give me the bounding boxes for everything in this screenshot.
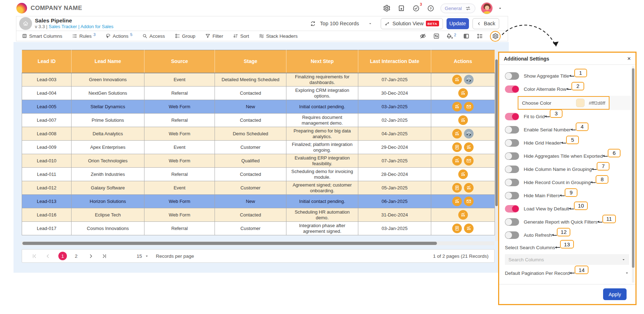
column-header-last-interaction-date[interactable]: Last Interaction Date xyxy=(358,50,431,73)
action-mail-button[interactable] xyxy=(464,197,474,206)
column-header-source[interactable]: Source xyxy=(144,50,215,73)
toolbar-item-actions[interactable]: Actions5 xyxy=(105,33,132,39)
toolbar-layout-columns-button[interactable] xyxy=(463,33,470,40)
table-row[interactable]: Lead-010Orion TechnologiesWeb FormQualif… xyxy=(22,154,495,168)
action-chart-button[interactable] xyxy=(452,156,462,166)
toggle-enable-serial-number[interactable] xyxy=(505,126,519,134)
last-page-button[interactable] xyxy=(101,253,107,259)
column-header-actions[interactable]: Actions xyxy=(431,50,495,73)
toolbar-paint-bucket-button[interactable]: 2 xyxy=(447,33,456,40)
toolbar-item-smart-columns[interactable]: Smart Columns xyxy=(22,33,62,39)
action-chart-button[interactable] xyxy=(458,88,468,98)
column-header-lead-id[interactable]: Lead ID xyxy=(22,50,72,73)
tasks-button[interactable]: 3 xyxy=(411,4,421,13)
solution-view-button[interactable]: Solution View BETA xyxy=(381,18,443,29)
toggle-hide-record-count-in-grouping[interactable] xyxy=(505,179,519,186)
toolbar-field-box-button[interactable] xyxy=(433,33,440,40)
table-row[interactable]: Lead-012Galaxy SoftwareEventCustomerAgre… xyxy=(22,181,495,195)
page-number-2[interactable]: 2 xyxy=(72,252,80,260)
toolbar-item-sort[interactable]: Sort xyxy=(233,33,249,39)
toggle-generate-report-with-quick-filters[interactable] xyxy=(505,218,519,226)
action-invoice-button[interactable] xyxy=(452,183,462,193)
action-chart-button[interactable] xyxy=(452,197,462,206)
link-addon-for-sales[interactable]: Addon for Sales xyxy=(80,24,114,29)
toggle-fit-to-grid[interactable] xyxy=(505,113,519,120)
action-chart-button[interactable] xyxy=(464,183,474,193)
toolbar-eye-off-button[interactable] xyxy=(419,33,426,40)
table-row[interactable]: Lead-008Delta AnalyticsWeb FormDemo Sche… xyxy=(22,127,495,141)
action-invoice-button[interactable] xyxy=(452,142,462,152)
toolbar-item-stack-headers[interactable]: Stack Headers xyxy=(259,33,298,39)
toggle-hide-aggregates-title-when-exported[interactable] xyxy=(505,152,519,160)
table-row[interactable]: Lead-005Stellar DynamicsWeb FormNewIniti… xyxy=(22,100,495,114)
toolbar-item-rules[interactable]: Rules3 xyxy=(72,33,96,39)
avatar[interactable] xyxy=(481,2,493,14)
toggle-hide-grid-header[interactable] xyxy=(505,139,519,147)
action-chart-button[interactable] xyxy=(458,169,468,179)
action-headset-button[interactable] xyxy=(464,75,474,84)
action-chart-button[interactable] xyxy=(452,129,462,138)
separator: | xyxy=(78,24,79,29)
first-page-button[interactable] xyxy=(31,253,37,259)
toggle-hide-column-name-in-grouping[interactable] xyxy=(505,166,519,173)
help-button[interactable]: ? xyxy=(426,4,435,13)
action-invoice-button[interactable] xyxy=(452,224,462,233)
marketplace-button[interactable] xyxy=(397,4,406,13)
next-page-button[interactable] xyxy=(88,253,94,259)
toggle-load-view-by-default[interactable] xyxy=(505,205,519,213)
back-button[interactable]: Back xyxy=(473,18,499,29)
toolbar-row-height-button[interactable] xyxy=(476,33,483,40)
access-icon xyxy=(142,33,148,39)
link-sales-tracker[interactable]: Sales Tracker xyxy=(49,24,77,29)
horizontal-scrollbar[interactable] xyxy=(22,241,495,245)
color-swatch[interactable] xyxy=(576,99,585,107)
toolbar-item-access[interactable]: Access xyxy=(142,33,165,39)
horizontal-scrollbar-thumb[interactable] xyxy=(22,242,437,245)
prev-page-button[interactable] xyxy=(45,253,51,259)
search-columns-input[interactable]: Search Columns xyxy=(505,254,629,265)
column-header-lead-name[interactable]: Lead Name xyxy=(72,50,144,73)
table-row[interactable]: Lead-013Horizon SolutionsWeb FormNewInit… xyxy=(22,195,495,208)
table-row[interactable]: Lead-009Apex EnterprisesEventCustomerFin… xyxy=(22,141,495,154)
column-header-next-step[interactable]: Next Step xyxy=(286,50,358,73)
table-row[interactable]: Lead-011Zenith IndustriesReferralContact… xyxy=(22,168,495,181)
panel-scrollbar-thumb[interactable] xyxy=(632,68,634,268)
action-mail-button[interactable] xyxy=(464,102,474,111)
toggle-color-alternate-row[interactable] xyxy=(505,85,519,93)
page-number-1[interactable]: 1 xyxy=(58,252,67,260)
table-row[interactable]: Lead-004NextGen SolutionsReferralContact… xyxy=(22,87,495,100)
toggle-auto-refresh[interactable] xyxy=(505,231,519,239)
update-button[interactable]: Update xyxy=(447,18,469,29)
action-headset-button[interactable] xyxy=(464,129,474,138)
profile-menu-caret[interactable] xyxy=(498,6,502,10)
dropdown-caret[interactable] xyxy=(625,271,629,275)
vertical-scrollbar[interactable] xyxy=(495,50,498,241)
action-chart-button[interactable] xyxy=(452,75,462,84)
action-chart-button[interactable] xyxy=(458,115,468,125)
toolbar-gear-button[interactable] xyxy=(490,31,501,42)
action-chart-button[interactable] xyxy=(452,102,462,111)
table-row[interactable]: Lead-017Cosmos InnovationsReferralCustom… xyxy=(22,222,495,235)
table-row[interactable]: Lead-016Eclipse TechWeb FormContactedSch… xyxy=(22,208,495,222)
apply-button[interactable]: Apply xyxy=(603,288,627,300)
table-row[interactable]: Lead-007Prime SolutionsReferralContacted… xyxy=(22,114,495,127)
vertical-scrollbar-thumb[interactable] xyxy=(495,59,498,206)
action-chart-button[interactable] xyxy=(458,210,468,220)
per-page-dropdown[interactable]: 15 xyxy=(137,253,149,259)
panel-scrollbar[interactable] xyxy=(632,66,634,283)
action-mail-button[interactable] xyxy=(464,156,474,166)
action-chart-button[interactable] xyxy=(464,142,474,152)
admin-settings-button[interactable] xyxy=(382,4,391,13)
column-header-stage[interactable]: Stage xyxy=(215,50,286,73)
records-dropdown[interactable]: Top 100 Records xyxy=(320,21,372,26)
cell-lead-name: Cosmos Innovations xyxy=(72,222,144,235)
close-button[interactable]: × xyxy=(627,56,631,62)
toolbar-item-group[interactable]: Group xyxy=(175,33,196,39)
toolbar-item-filter[interactable]: Filter xyxy=(205,33,223,39)
table-row[interactable]: Lead-003Green InnovationsEventDetailed M… xyxy=(22,73,495,87)
toggle-show-aggregate-title[interactable] xyxy=(505,72,519,80)
action-chart-button[interactable] xyxy=(464,224,474,233)
workspace-switcher[interactable]: General xyxy=(440,4,475,13)
refresh-button[interactable] xyxy=(310,20,316,27)
toggle-hide-main-filters[interactable] xyxy=(505,192,519,199)
